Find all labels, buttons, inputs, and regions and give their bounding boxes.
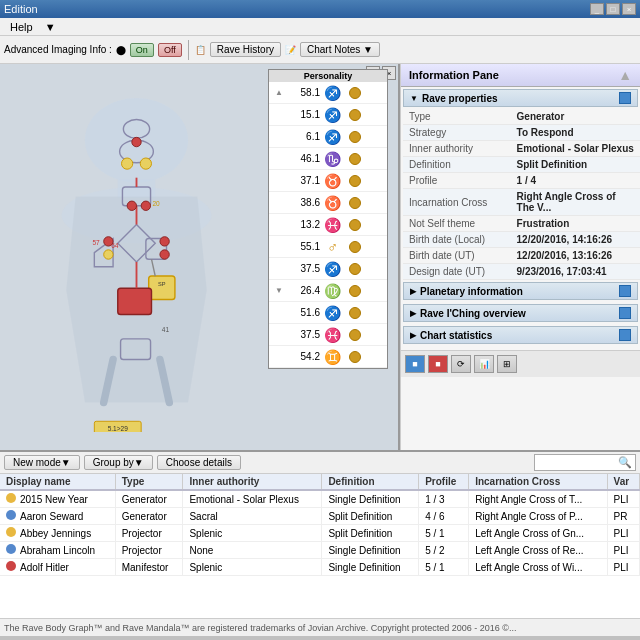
table-row[interactable]: Adolf Hitler Manifestor Splenic Single D… [0,559,640,576]
bottom-toolbar: New mode▼ Group by▼ Choose details 🔍 [0,452,640,474]
history-icon: 📋 [195,45,206,55]
stats-triangle: ▶ [410,331,416,340]
row-color-dot [6,544,16,554]
notes-icon: 📝 [285,45,296,55]
toggle-off-button[interactable]: Off [158,43,182,57]
property-row: StrategyTo Respond [403,125,640,141]
table-column-header: Display name [0,474,115,490]
property-key: Birth date (Local) [403,232,511,248]
cell-definition: Split Definition [322,525,419,542]
table-column-header: Type [115,474,183,490]
table-column-header: Incarnation Cross [469,474,607,490]
svg-point-27 [160,250,169,259]
property-row: Design date (UT)9/23/2016, 17:03:41 [403,264,640,280]
minimize-button[interactable]: _ [590,3,604,15]
mini-icon-5[interactable]: ⊞ [497,355,517,373]
table-column-header: Var [607,474,639,490]
properties-table: TypeGeneratorStrategyTo RespondInner aut… [403,109,640,280]
group-by-button[interactable]: Group by▼ [84,455,153,470]
toolbar-separator [188,40,189,60]
chart-notes-button[interactable]: Chart Notes ▼ [300,42,380,57]
svg-text:5.1>29: 5.1>29 [108,425,129,432]
right-panel: Information Pane ▲ ▼ Rave properties Typ… [400,64,640,450]
body-graph-area: SP 64 20 57 41 [10,84,263,440]
personality-row-4: 37.1 ♉ [269,170,387,192]
planetary-info-section-header[interactable]: ▶ Planetary information [403,282,638,300]
svg-point-28 [127,201,136,210]
row-color-dot [6,510,16,520]
property-row: DefinitionSplit Definition [403,157,640,173]
property-value: 12/20/2016, 13:16:26 [511,248,640,264]
mini-toolbar: ■ ■ ⟳ 📊 ⊞ [401,350,640,377]
cell-name: Abbey Jennings [0,525,115,542]
personality-row-5: 38.6 ♉ [269,192,387,214]
table-row[interactable]: 2015 New Year Generator Emotional - Sola… [0,490,640,508]
row-color-dot [6,493,16,503]
mini-icon-3[interactable]: ⟳ [451,355,471,373]
property-value: 9/23/2016, 17:03:41 [511,264,640,280]
stats-icon [619,329,631,341]
mini-icon-2[interactable]: ■ [428,355,448,373]
chart-stats-section-header[interactable]: ▶ Chart statistics [403,326,638,344]
table-column-header: Inner authority [183,474,322,490]
svg-point-13 [122,158,133,169]
personality-row-0: ▲ 58.1 ♐ [269,82,387,104]
table-row[interactable]: Abraham Lincoln Projector None Single De… [0,542,640,559]
search-input[interactable] [538,457,618,468]
restore-button[interactable]: □ [606,3,620,15]
menu-help[interactable]: Help [4,21,39,33]
table-row[interactable]: Abbey Jennings Projector Splenic Split D… [0,525,640,542]
info-collapse-icon[interactable]: ▲ [618,67,632,83]
personality-row-2: 6.1 ♐ [269,126,387,148]
cell-var: PLI [607,525,639,542]
property-value: Generator [511,109,640,125]
row-color-dot [6,527,16,537]
property-key: Type [403,109,511,125]
property-row: Birth date (UT)12/20/2016, 13:16:26 [403,248,640,264]
svg-point-26 [160,237,169,246]
menu-bar: Help ▼ [0,18,640,36]
rave-properties-section-header[interactable]: ▼ Rave properties [403,89,638,107]
cell-cross: Right Angle Cross of T... [469,490,607,508]
svg-text:57: 57 [92,239,100,246]
svg-rect-10 [118,288,152,314]
property-key: Inner authority [403,141,511,157]
new-mode-button[interactable]: New mode▼ [4,455,80,470]
cell-definition: Single Definition [322,542,419,559]
property-value: 12/20/2016, 14:16:26 [511,232,640,248]
search-icon: 🔍 [618,456,632,469]
cell-definition: Split Definition [322,508,419,525]
left-panel: - × Personality ▲ 58.1 ♐ 15.1 ♐ 6.1 ♐ [0,64,400,450]
planetary-triangle: ▶ [410,287,416,296]
cell-type: Projector [115,525,183,542]
toggle-on-button[interactable]: On [130,43,154,57]
personality-row-10: 51.6 ♐ [269,302,387,324]
cell-type: Projector [115,542,183,559]
mini-icon-1[interactable]: ■ [405,355,425,373]
cell-type: Generator [115,508,183,525]
property-row: Birth date (Local)12/20/2016, 14:16:26 [403,232,640,248]
menu-arrow[interactable]: ▼ [39,21,62,33]
property-value: Right Angle Cross of The V... [511,189,640,216]
data-table: Display nameTypeInner authorityDefinitio… [0,474,640,576]
personality-row-1: 15.1 ♐ [269,104,387,126]
table-column-header: Definition [322,474,419,490]
property-row: Not Self themeFrustration [403,216,640,232]
search-box: 🔍 [534,454,636,471]
svg-point-14 [140,158,151,169]
rave-history-button[interactable]: Rave History [210,42,281,57]
svg-text:SP: SP [158,281,166,287]
table-column-header: Profile [419,474,469,490]
main-content: - × Personality ▲ 58.1 ♐ 15.1 ♐ 6.1 ♐ [0,64,640,450]
cell-cross: Right Angle Cross of P... [469,508,607,525]
property-value: Split Definition [511,157,640,173]
rave-properties-icon [619,92,631,104]
table-row[interactable]: Aaron Seward Generator Sacral Split Defi… [0,508,640,525]
choose-details-button[interactable]: Choose details [157,455,241,470]
personality-row-12: 54.2 ♊ [269,346,387,368]
svg-point-25 [104,250,113,259]
close-button[interactable]: × [622,3,636,15]
mini-icon-4[interactable]: 📊 [474,355,494,373]
iching-label: Rave I'Ching overview [420,308,526,319]
rave-iching-section-header[interactable]: ▶ Rave I'Ching overview [403,304,638,322]
